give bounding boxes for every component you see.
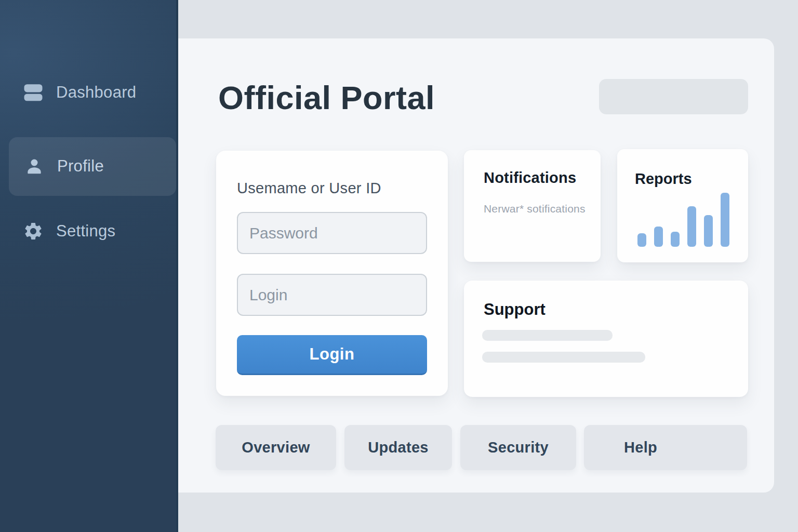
bar [721, 193, 729, 247]
username-label: Usemame or User ID [237, 180, 381, 197]
page-title: Official Portal [218, 79, 435, 116]
tab-label: Help [624, 439, 657, 456]
sidebar-item-label: Profile [57, 157, 104, 176]
bar [687, 206, 696, 247]
sidebar-item-label: Dashboard [56, 83, 136, 102]
user-icon [24, 154, 45, 178]
tab-help[interactable]: Help [584, 425, 747, 470]
notifications-subtitle: Nerwar* sotifications [484, 203, 586, 215]
login-button[interactable]: Login [237, 335, 427, 375]
reports-card: Reports [617, 149, 748, 262]
sidebar-item-profile[interactable]: Profile [24, 153, 104, 180]
bar [671, 232, 680, 247]
notifications-card: Notifications Nerwar* sotifications [464, 150, 601, 262]
notifications-title: Notifications [484, 169, 576, 187]
tab-updates[interactable]: Updates [344, 425, 452, 470]
login-input[interactable] [237, 274, 427, 316]
sidebar: Dashboard Profile Settings [0, 0, 178, 532]
reports-bar-chart [637, 190, 729, 247]
bar [704, 215, 713, 247]
login-card: Usemame or User ID Login [216, 151, 448, 396]
reports-title: Reports [635, 170, 692, 188]
support-title: Support [484, 300, 546, 319]
sidebar-item-dashboard[interactable]: Dashboard [23, 79, 136, 106]
support-card: Support [464, 281, 748, 397]
sidebar-item-settings[interactable]: Settings [23, 218, 115, 245]
dashboard-icon [23, 81, 44, 104]
skeleton-line [482, 352, 645, 363]
bar [654, 227, 663, 247]
skeleton-line [482, 330, 613, 341]
tab-label: Security [488, 439, 549, 456]
gear-icon [23, 219, 44, 243]
sidebar-item-label: Settings [56, 222, 115, 241]
tab-label: Updates [368, 439, 429, 456]
password-input[interactable] [237, 212, 427, 254]
screen: Dashboard Profile Settings Official Port… [0, 0, 798, 532]
tab-overview[interactable]: Overview [216, 425, 336, 470]
header-placeholder [599, 79, 748, 114]
tab-security[interactable]: Security [460, 425, 576, 470]
bar [637, 233, 646, 247]
tab-label: Overview [242, 439, 310, 456]
